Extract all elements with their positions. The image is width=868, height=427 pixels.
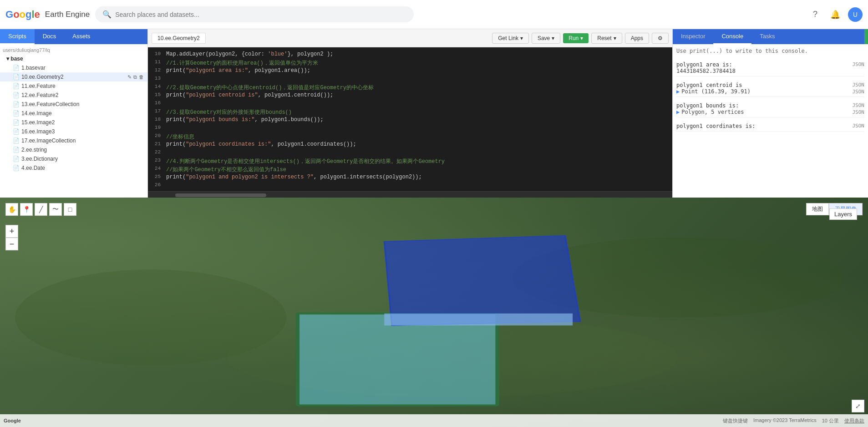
marker-tool[interactable]: 📍 [20, 203, 33, 216]
list-item[interactable]: 📄 10.ee.Geometry2 ✎ ⧉ 🗑 [0, 72, 147, 81]
map-controls: ✋ 📍 ╱ 〜 □ [5, 203, 76, 216]
right-panel: Inspector Console Tasks Use print(...) t… [672, 29, 868, 198]
reset-button[interactable]: Reset ▾ [591, 33, 622, 44]
console-hint: Use print(...) to write to this console. [676, 48, 864, 54]
terms-link[interactable]: 使用条款 [844, 417, 864, 424]
settings-button[interactable]: ⚙ [652, 33, 669, 44]
tab-console[interactable]: Console [713, 29, 751, 44]
full-layout: Scripts Docs Assets users/duliuqiang77/l… [0, 29, 868, 427]
tab-scripts[interactable]: Scripts [0, 29, 35, 44]
tree-path: users/duliuqiang77/lq [0, 46, 147, 54]
file-icon: 📄 [13, 119, 20, 126]
keyboard-shortcuts[interactable]: 键盘快捷键 [723, 417, 748, 424]
list-item[interactable]: 📄 12.ee.Feature2 [0, 91, 147, 100]
tab-tasks[interactable]: Tasks [751, 29, 783, 44]
file-icon: 📄 [13, 128, 20, 135]
list-item[interactable]: 📄 3.ee.Dictionary [0, 154, 147, 163]
file-icon: 📄 [13, 156, 20, 162]
map-area[interactable]: ✋ 📍 ╱ 〜 □ + − Layers 地图 卫星图像 ⤢ Google [0, 198, 868, 427]
code-line: 21 print("polygon1 coordinates is:", pol… [148, 141, 672, 149]
tab-inspector[interactable]: Inspector [673, 29, 713, 44]
right-tabs: Inspector Console Tasks [673, 29, 868, 44]
search-input[interactable] [115, 11, 406, 18]
code-line: 12 print("polygon1 area is:", polygon1.a… [148, 67, 672, 76]
search-bar[interactable]: 🔍 [95, 6, 414, 22]
left-panel: Scripts Docs Assets users/duliuqiang77/l… [0, 29, 148, 198]
list-item[interactable]: 📄 2.ee.string [0, 145, 147, 154]
expand-arrow-icon[interactable]: ▶ [676, 88, 680, 95]
file-tree: users/duliuqiang77/lq ▾ base 📄 1.basevar… [0, 44, 147, 198]
code-line: 26 [148, 182, 672, 190]
file-icon: 📄 [13, 83, 20, 89]
line-tool[interactable]: ╱ [35, 203, 47, 216]
code-line: 23 //4.判断两个Geometry是否相交使用intersects()，返回… [148, 158, 672, 166]
get-link-button[interactable]: Get Link ▾ [492, 33, 529, 44]
code-line: 16 [148, 100, 672, 108]
apps-button[interactable]: Apps [625, 33, 649, 44]
code-line: 17 //3.提取Geometry对应的外接矩形使用bounds() [148, 108, 672, 117]
tree-folder-base[interactable]: ▾ base [0, 54, 147, 63]
list-item[interactable]: 📄 17.ee.ImageCollection [0, 136, 147, 145]
editor-scrollbar[interactable] [148, 191, 672, 198]
layers-button[interactable]: Layers [829, 208, 857, 220]
dropdown-arrow-icon: ▾ [520, 35, 523, 41]
code-editor[interactable]: 10 Map.addLayer(polygon2, {color: 'blue'… [148, 47, 672, 191]
code-line: 15 print("polygon1 centroid is", polygon… [148, 92, 672, 100]
expand-arrow-icon[interactable]: ▶ [676, 109, 680, 115]
map-type-map[interactable]: 地图 [806, 203, 829, 215]
code-line: 14 //2.提取Geometry的中心点使用centroid()，返回值是对应… [148, 84, 672, 92]
file-icon: 📄 [13, 65, 20, 71]
run-button[interactable]: Run ▾ [563, 33, 589, 43]
scale-label: 10 公里 [822, 417, 839, 424]
logo: Google Earth Engine [5, 9, 90, 20]
list-item[interactable]: 📄 14.ee.Image [0, 109, 147, 118]
list-item[interactable]: 📄 1.basevar [0, 63, 147, 72]
hand-tool[interactable]: ✋ [5, 203, 18, 216]
center-panel: 10.ee.Geometry2 Get Link ▾ Save ▾ Run ▾ [148, 29, 672, 198]
zoom-in-button[interactable]: + [5, 225, 18, 238]
file-tab[interactable]: 10.ee.Geometry2 [152, 33, 206, 44]
file-icon: 📄 [13, 137, 20, 144]
avatar[interactable]: U [848, 7, 863, 22]
rename-icon[interactable]: ✎ [127, 74, 132, 80]
delete-icon[interactable]: 🗑 [139, 74, 144, 80]
editor-header: 10.ee.Geometry2 Get Link ▾ Save ▾ Run ▾ [148, 29, 672, 47]
file-icon: 📄 [13, 147, 20, 153]
dropdown-arrow-icon: ▾ [614, 35, 616, 41]
list-item[interactable]: 📄 16.ee.Image3 [0, 127, 147, 136]
path-tool[interactable]: 〜 [49, 203, 62, 216]
console-entry: polygon1 coordinates is: JSON [676, 121, 864, 132]
expand-map-button[interactable]: ⤢ [852, 400, 864, 412]
notification-button[interactable]: 🔔 [828, 7, 843, 22]
header: Google Earth Engine 🔍 ? 🔔 U [0, 0, 868, 29]
code-line: 20 //坐标信息 [148, 133, 672, 141]
console-entry: polygon1 area is: 1443184582.3784418 JSO… [676, 60, 864, 76]
save-button[interactable]: Save ▾ [532, 33, 560, 44]
editor-actions: Get Link ▾ Save ▾ Run ▾ Reset ▾ [492, 33, 669, 44]
duplicate-icon[interactable]: ⧉ [133, 74, 137, 80]
file-icon: 📄 [13, 110, 20, 117]
list-item[interactable]: 📄 11.ee.Feature [0, 81, 147, 91]
map-footer: Google 键盘快捷键 Imagery ©2023 TerraMetrics … [0, 414, 868, 427]
code-line: 24 //如果两个Geometry不相交那么返回值为false [148, 166, 672, 174]
rect-tool[interactable]: □ [64, 203, 76, 216]
list-item[interactable]: 📄 15.ee.Image2 [0, 118, 147, 127]
code-line: 22 [148, 149, 672, 158]
map-terrain [0, 198, 868, 427]
tab-assets[interactable]: Assets [64, 29, 98, 44]
bottom-section: ✋ 📍 ╱ 〜 □ + − Layers 地图 卫星图像 ⤢ Google [0, 198, 868, 427]
tab-docs[interactable]: Docs [35, 29, 65, 44]
imagery-credit: Imagery ©2023 TerraMetrics [753, 417, 817, 424]
file-icon: 📄 [13, 101, 20, 107]
logo-earth-engine: Earth Engine [45, 10, 90, 19]
console-entry: polygon1 centroid is ▶ Point (116.39, 39… [676, 80, 864, 97]
zoom-out-button[interactable]: − [5, 238, 18, 250]
map-type-controls: Layers 地图 卫星图像 [806, 203, 863, 215]
file-icon: 📄 [13, 165, 20, 171]
code-line: 11 //1.计算Geometry的面积使用area()，返回值单位为平方米 [148, 59, 672, 67]
help-button[interactable]: ? [808, 7, 822, 22]
dropdown-arrow-icon: ▾ [580, 35, 583, 41]
code-line: 19 [148, 125, 672, 133]
list-item[interactable]: 📄 4.ee.Date [0, 163, 147, 173]
list-item[interactable]: 📄 13.ee.FeatureCollection [0, 100, 147, 109]
